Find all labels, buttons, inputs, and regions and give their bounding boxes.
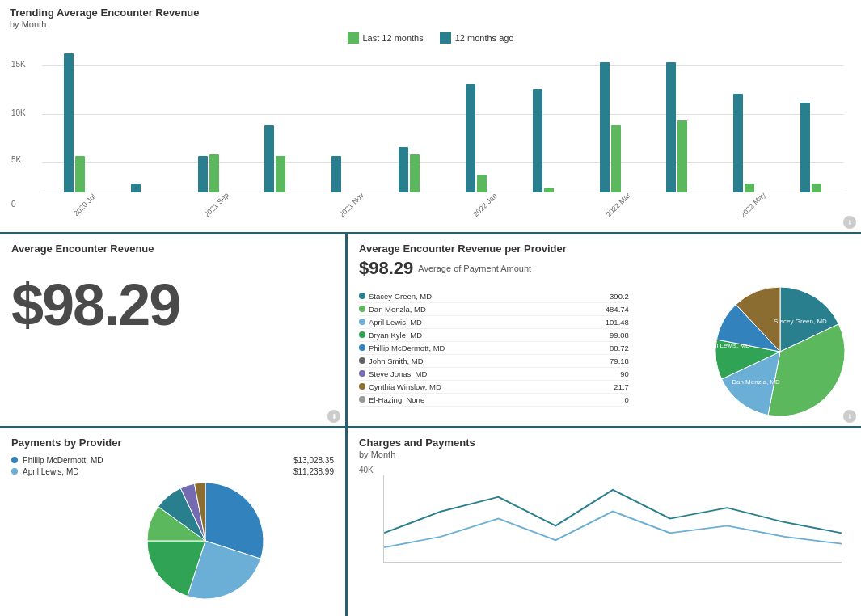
x-axis-label: 2022 Jan xyxy=(471,191,498,217)
bar-group-inner xyxy=(444,84,509,192)
bar-group-inner xyxy=(511,89,576,192)
download-icon-top[interactable]: ⬇ xyxy=(843,216,856,229)
provider-value: 79.18 xyxy=(610,357,629,365)
payments-legend-name: April Lewis, MD xyxy=(23,467,289,476)
provider-dot xyxy=(359,319,365,325)
avg-encounter-title: Average Encounter Revenue xyxy=(11,243,334,255)
provider-value: 484.74 xyxy=(606,305,629,314)
x-axis-label-empty xyxy=(548,202,554,208)
bar-group-inner xyxy=(42,53,107,192)
legend-color-green xyxy=(348,32,359,44)
pie-label-april: April Lewis, MD xyxy=(707,342,750,349)
bar-group xyxy=(243,125,307,192)
download-icon-avg[interactable]: ⬇ xyxy=(327,410,340,423)
bar-group-inner xyxy=(310,156,374,192)
payments-legend-dot xyxy=(11,457,18,463)
bar-group xyxy=(578,62,643,192)
provider-value: 88.72 xyxy=(610,344,629,352)
payments-legend-dot xyxy=(11,468,18,475)
bar-teal xyxy=(198,156,208,192)
provider-value: 0 xyxy=(625,395,629,404)
y-label-15k: 15K xyxy=(11,60,26,69)
bar-teal xyxy=(64,53,74,192)
y-label-5k: 5K xyxy=(11,155,21,164)
avg-per-provider-title: Average Encounter Revenue per Provider xyxy=(359,243,850,255)
bars-container xyxy=(42,47,843,192)
bar-teal xyxy=(331,156,341,192)
bar-chart-area: 15K 10K 5K 0 2020 Jul2021 Sep2021 Nov202… xyxy=(42,49,843,210)
bar-teal xyxy=(264,125,274,192)
payments-by-provider-panel: Payments by Provider Phillip McDermott, … xyxy=(0,428,348,616)
top-chart-subtitle: by Month xyxy=(10,19,851,29)
bar-teal xyxy=(733,94,743,192)
provider-value: 21.7 xyxy=(614,382,629,391)
bar-group-inner xyxy=(176,154,241,192)
provider-dot xyxy=(359,370,365,377)
provider-name: Phillip McDermott, MD xyxy=(369,344,606,352)
bar-group xyxy=(42,53,107,192)
bar-green xyxy=(477,175,487,192)
avg-per-provider-label: Average of Payment Amount xyxy=(418,264,531,273)
provider-name: Steve Jonas, MD xyxy=(369,369,617,378)
bar-group xyxy=(644,62,709,192)
provider-name: John Smith, MD xyxy=(369,357,606,365)
bar-group xyxy=(511,89,576,192)
provider-value: 90 xyxy=(620,369,629,378)
x-axis-label-empty xyxy=(416,202,421,208)
provider-value: 99.08 xyxy=(610,331,629,340)
legend-label-last12: Last 12 months xyxy=(363,33,424,43)
bottom-row: Payments by Provider Phillip McDermott, … xyxy=(0,428,861,616)
provider-row: Stacey Green, MD390.2 xyxy=(359,290,629,303)
bar-group-inner xyxy=(711,94,776,192)
charges-payments-title: Charges and Payments xyxy=(359,437,850,449)
avg-per-provider-panel: Average Encounter Revenue per Provider $… xyxy=(348,234,861,426)
chart-legend: Last 12 months 12 months ago xyxy=(10,32,851,44)
provider-row: Steve Jonas, MD90 xyxy=(359,368,629,381)
charges-payments-subtitle: by Month xyxy=(359,449,850,459)
bar-green xyxy=(209,154,219,192)
provider-row: Bryan Kyle, MD99.08 xyxy=(359,329,629,342)
bar-green xyxy=(544,188,554,192)
provider-row: Cynthia Winslow, MD21.7 xyxy=(359,381,629,394)
x-axis-label: 2022 Mar xyxy=(605,191,632,218)
x-axis-label: 2021 Nov xyxy=(337,191,365,218)
bar-group xyxy=(109,184,174,192)
bar-group-inner xyxy=(377,147,441,192)
bar-group xyxy=(310,156,374,192)
x-axis-label: 2022 May xyxy=(739,191,767,219)
charges-y-max: 40K xyxy=(359,466,374,475)
payments-line xyxy=(384,511,842,547)
bar-green xyxy=(677,120,687,192)
legend-item-last12: Last 12 months xyxy=(348,32,424,44)
legend-color-teal xyxy=(440,32,451,44)
provider-row: El-Hazing, None0 xyxy=(359,394,629,407)
payments-pie-legend: Phillip McDermott, MD$13,028.35April Lew… xyxy=(11,456,334,476)
x-axis-label: 2020 Jul xyxy=(72,192,97,217)
provider-table: Stacey Green, MD390.2Dan Menzla, MD484.7… xyxy=(359,290,629,407)
legend-label-12ago: 12 months ago xyxy=(455,33,514,43)
provider-row: Phillip McDermott, MD88.72 xyxy=(359,342,629,355)
middle-row: Average Encounter Revenue $98.29 ⬇ Avera… xyxy=(0,234,861,428)
legend-item-12ago: 12 months ago xyxy=(440,32,514,44)
provider-name: Dan Menzla, MD xyxy=(369,305,602,314)
payments-by-provider-title: Payments by Provider xyxy=(11,437,334,449)
provider-value: 101.48 xyxy=(606,318,629,327)
bar-teal xyxy=(131,184,141,192)
bar-group xyxy=(444,84,509,192)
bar-teal xyxy=(466,84,475,192)
provider-dot xyxy=(359,331,365,338)
pie-chart-provider: Stacey Green, MD Dan Menzla, MD April Le… xyxy=(707,279,853,424)
x-axis-label-empty xyxy=(281,202,287,208)
x-axis-label: 2021 Sep xyxy=(203,191,230,218)
y-label-0: 0 xyxy=(11,200,16,209)
dashboard: Trending Average Encounter Revenue by Mo… xyxy=(0,0,861,616)
trending-revenue-panel: Trending Average Encounter Revenue by Mo… xyxy=(0,0,861,234)
bar-group xyxy=(176,154,241,192)
bar-group xyxy=(711,94,776,192)
bar-teal xyxy=(800,103,810,192)
payments-legend-value: $11,238.99 xyxy=(293,467,334,476)
bar-group-inner xyxy=(779,103,843,192)
provider-dot xyxy=(359,293,365,299)
download-icon-provider[interactable]: ⬇ xyxy=(843,410,856,423)
y-label-10k: 10K xyxy=(11,108,26,117)
